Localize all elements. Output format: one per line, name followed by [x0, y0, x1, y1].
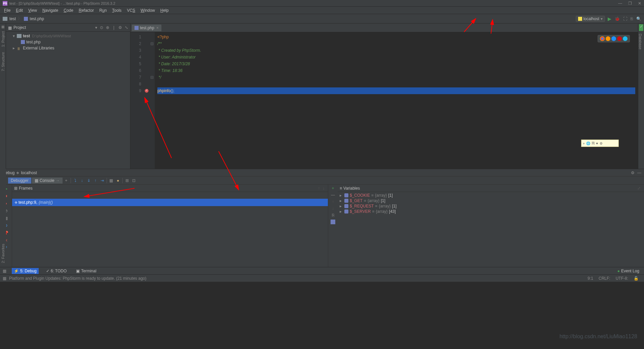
menu-tools[interactable]: Tools: [109, 7, 124, 13]
var-server[interactable]: ▸ $_SERVER = {array} [43]: [338, 209, 644, 214]
editor-tab-testphp[interactable]: test.php ×: [132, 25, 161, 31]
folder-icon: [3, 17, 7, 21]
toolwin-favorites[interactable]: 2: Favorites: [1, 244, 5, 263]
tree-external-libs[interactable]: ▸ ⫼ External Libraries: [6, 45, 130, 51]
status-encoding[interactable]: UTF-8:: [616, 276, 628, 281]
close-icon[interactable]: ✕: [638, 1, 641, 6]
toolwin-structure[interactable]: 7: Structure: [1, 52, 5, 71]
run-button[interactable]: ▶: [608, 16, 611, 22]
menu-window[interactable]: Window: [138, 7, 158, 13]
bottom-tab-eventlog[interactable]: ●Event Log: [615, 268, 641, 274]
debug-panel: Debug ⎆ localhost ⚙ — ↻ Debugger ▦Consol…: [0, 169, 644, 267]
settings-icon[interactable]: ⊞: [124, 178, 130, 184]
menu-run[interactable]: Run: [97, 7, 109, 13]
bottom-tab-terminal[interactable]: ▣Terminal: [74, 268, 98, 274]
editor-content[interactable]: 12 34 56 78 9 ⊟ ⊟ <?php /** * Created by: [130, 32, 638, 169]
code-area[interactable]: <?php /** * Created by PhpStorm. * User:…: [155, 32, 638, 169]
force-step-icon[interactable]: ⇓: [86, 178, 92, 184]
marker-gutter[interactable]: [144, 32, 149, 169]
minimize-icon[interactable]: —: [618, 1, 622, 6]
status-line-ending[interactable]: CRLF:: [599, 276, 610, 281]
chevron-down-icon: ▾: [601, 16, 603, 21]
fold-gutter[interactable]: ⊟ ⊟: [149, 32, 155, 169]
debug-toolbar: ↻ Debugger ▦Console→ + ⤵ ↓ ⇓ ↑ ⇥ ▦ ● ⊞ ⊡: [0, 177, 644, 185]
show-icon[interactable]: [331, 220, 335, 224]
var-cookie[interactable]: ▸ $_COOKIE = {array} [1]: [338, 193, 644, 198]
var-get[interactable]: ▸ $_GET = {array} [1]: [338, 198, 644, 203]
console-tab[interactable]: ▦Console→: [32, 178, 63, 184]
chrome-icon[interactable]: [600, 36, 605, 41]
status-icon[interactable]: ▦: [3, 276, 6, 281]
locate-icon[interactable]: ⊕: [106, 25, 109, 30]
toolwin-project[interactable]: 1: Project: [1, 31, 5, 47]
tree-file-testphp[interactable]: test.php: [6, 39, 130, 45]
project-tree[interactable]: ▾ test D:\phpStudy\WWW\test test.php ▸ ⫼…: [6, 32, 130, 169]
step-over-icon[interactable]: ⤵: [72, 178, 78, 184]
hide-icon[interactable]: ⤡: [125, 25, 128, 30]
run-config-dropdown[interactable]: localhost ▾: [576, 16, 605, 22]
bottom-tab-debug[interactable]: ⚡5: Debug: [12, 268, 39, 274]
ime-widget[interactable]: »🌐简♥⚙: [581, 140, 619, 147]
menu-file[interactable]: File: [1, 7, 13, 13]
safari-icon[interactable]: [611, 36, 616, 41]
coverage-button[interactable]: ⛶: [623, 16, 627, 21]
tree-root[interactable]: ▾ test D:\phpStudy\WWW\test: [6, 33, 130, 39]
breakpoint-icon[interactable]: [145, 89, 149, 93]
bottom-tab-todo[interactable]: ✓6: TODO: [44, 268, 69, 274]
show-icon[interactable]: ▦: [3, 269, 6, 273]
ie-icon[interactable]: [623, 36, 628, 41]
step-out-icon[interactable]: ↑: [92, 178, 99, 184]
remove-icon[interactable]: —: [331, 193, 335, 197]
step-into-icon[interactable]: ↓: [79, 178, 85, 184]
expand-icon[interactable]: ⤢: [637, 186, 641, 191]
copy-icon[interactable]: ⎘: [332, 213, 334, 218]
left-tool-strip: ▦ 1: Project 7: Structure: [0, 24, 6, 169]
dropdown-icon[interactable]: ▾: [95, 25, 97, 30]
maximize-icon[interactable]: ❐: [628, 1, 632, 6]
close-tab-icon[interactable]: ×: [156, 26, 159, 30]
expand-icon[interactable]: ▸: [13, 46, 16, 50]
gear-icon[interactable]: ⚙: [631, 170, 635, 175]
var-request[interactable]: ▸ $_REQUEST = {array} [1]: [338, 203, 644, 209]
attach-button[interactable]: ⎘: [631, 16, 633, 21]
collapse-icon[interactable]: ⊙: [100, 25, 103, 30]
breadcrumb[interactable]: test 〉 test.php: [3, 16, 44, 22]
breadcrumb-project: test: [9, 16, 16, 21]
menu-edit[interactable]: Edit: [13, 7, 26, 13]
menu-code[interactable]: Code: [61, 7, 76, 13]
expand-icon[interactable]: ▾: [13, 34, 16, 38]
toolwin-database[interactable]: Database: [638, 34, 642, 49]
menu-refactor[interactable]: Refactor: [76, 7, 97, 13]
run-to-cursor-icon[interactable]: ⇥: [99, 178, 105, 184]
menu-vcs[interactable]: VCS: [124, 7, 138, 13]
variables-tree[interactable]: ▸ $_COOKIE = {array} [1] ▸ $_GET = {arra…: [338, 192, 644, 267]
status-lock-icon[interactable]: 🔓: [634, 276, 639, 281]
hide-icon[interactable]: —: [637, 170, 641, 175]
breadcrumb-file: test.php: [30, 16, 44, 21]
watch-icon[interactable]: ●: [115, 178, 121, 184]
frame-item[interactable]: ⎆ test.php:9, {main}(): [12, 199, 328, 206]
evaluate-icon[interactable]: ▦: [108, 178, 114, 184]
phpstorm-icon: PS: [3, 1, 7, 6]
project-tool-icon[interactable]: ▦: [1, 25, 4, 29]
search-everywhere-icon[interactable]: 🔍: [636, 16, 641, 21]
prev-frame-icon[interactable]: ↑: [318, 186, 320, 191]
frames-title: Frames: [19, 186, 33, 191]
gear-icon[interactable]: ⚙: [118, 25, 122, 30]
pin-icon[interactable]: ⊡: [131, 178, 137, 184]
debugger-tab[interactable]: Debugger: [8, 178, 31, 184]
navbar: test 〉 test.php localhost ▾ ▶ 🐞 ⛶ ⎘ 🔍: [0, 14, 644, 24]
plus-icon[interactable]: +: [63, 178, 69, 184]
status-position[interactable]: 9:1: [588, 276, 593, 281]
down-icon[interactable]: ↓: [332, 206, 334, 211]
up-icon[interactable]: ↑: [332, 199, 334, 204]
add-watch-icon[interactable]: +: [332, 186, 334, 191]
next-frame-icon[interactable]: ↓: [323, 186, 325, 191]
window-title: test - [D:\phpStudy\WWW\test] - ...\test…: [9, 1, 618, 5]
menu-view[interactable]: View: [26, 7, 40, 13]
menu-help[interactable]: Help: [158, 7, 172, 13]
menu-navigate[interactable]: Navigate: [40, 7, 61, 13]
opera-icon[interactable]: [617, 36, 622, 41]
debug-button[interactable]: 🐞: [615, 16, 620, 21]
firefox-icon[interactable]: [606, 36, 610, 41]
